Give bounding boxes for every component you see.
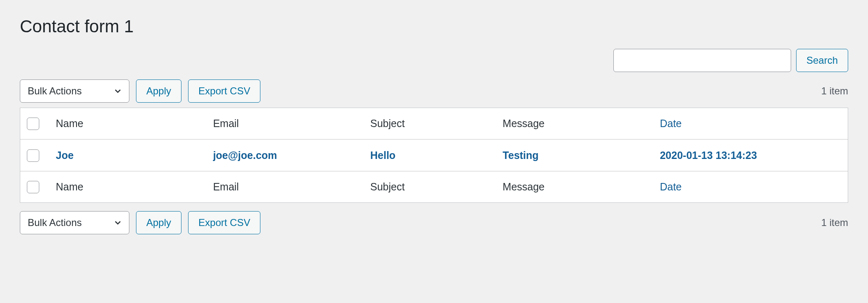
column-header-email[interactable]: Email	[206, 108, 363, 139]
bulk-actions-label: Bulk Actions	[28, 85, 82, 97]
toolbar-bottom: Bulk Actions Apply Export CSV 1 item	[20, 211, 848, 234]
row-name-link[interactable]: Joe	[56, 149, 74, 161]
bulk-actions-label: Bulk Actions	[28, 217, 82, 228]
column-header-name[interactable]: Name	[49, 108, 206, 139]
page-title: Contact form 1	[20, 0, 848, 49]
column-header-date[interactable]: Date	[653, 108, 848, 139]
column-header-message[interactable]: Message	[496, 108, 653, 139]
search-row: Search	[20, 49, 848, 72]
export-csv-button-bottom[interactable]: Export CSV	[188, 211, 260, 234]
column-footer-subject[interactable]: Subject	[364, 171, 496, 202]
column-header-subject[interactable]: Subject	[364, 108, 496, 139]
table-header-row: Name Email Subject Message Date	[20, 108, 848, 139]
export-csv-button[interactable]: Export CSV	[188, 79, 260, 103]
column-footer-date[interactable]: Date	[653, 171, 848, 202]
row-message-link[interactable]: Testing	[503, 149, 539, 161]
apply-button-bottom[interactable]: Apply	[136, 211, 181, 234]
bulk-actions-select-bottom[interactable]: Bulk Actions	[20, 211, 129, 234]
toolbar-top: Bulk Actions Apply Export CSV 1 item	[20, 79, 848, 103]
table-row: Joe joe@joe.com Hello Testing 2020-01-13…	[20, 139, 848, 171]
search-input[interactable]	[613, 49, 791, 72]
bulk-actions-select[interactable]: Bulk Actions	[20, 79, 129, 103]
entries-table: Name Email Subject Message Date Joe joe@…	[20, 108, 848, 203]
item-count: 1 item	[821, 85, 848, 97]
chevron-down-icon	[113, 87, 122, 96]
row-subject-link[interactable]: Hello	[370, 149, 396, 161]
row-checkbox[interactable]	[27, 149, 39, 162]
chevron-down-icon	[113, 218, 122, 227]
table-footer-row: Name Email Subject Message Date	[20, 171, 848, 202]
search-button[interactable]: Search	[796, 49, 848, 72]
column-footer-name[interactable]: Name	[49, 171, 206, 202]
select-all-checkbox[interactable]	[27, 118, 39, 130]
item-count-bottom: 1 item	[821, 217, 848, 228]
row-date-link[interactable]: 2020-01-13 13:14:23	[660, 149, 757, 161]
select-all-checkbox-footer[interactable]	[27, 181, 39, 193]
apply-button[interactable]: Apply	[136, 79, 181, 103]
column-footer-email[interactable]: Email	[206, 171, 363, 202]
column-footer-message[interactable]: Message	[496, 171, 653, 202]
row-email-link[interactable]: joe@joe.com	[213, 149, 277, 161]
